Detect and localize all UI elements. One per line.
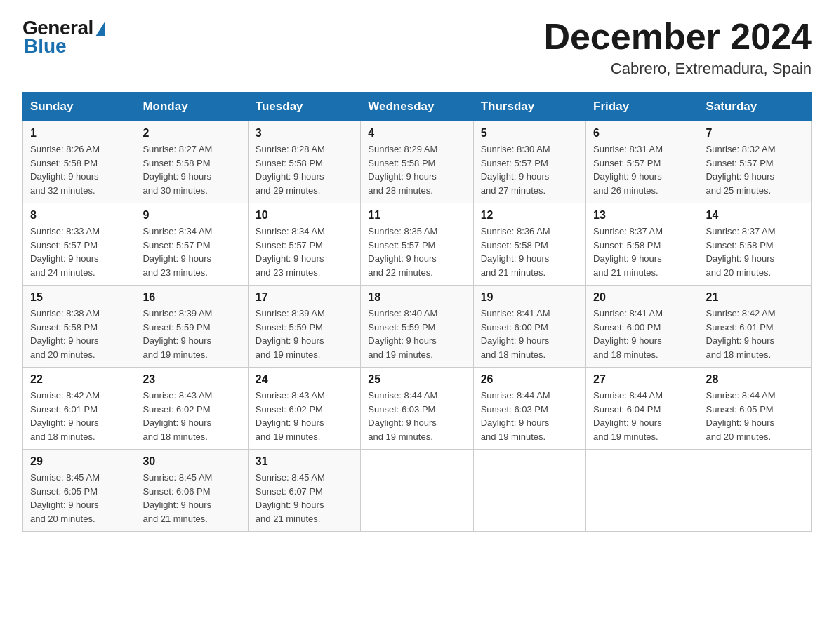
- day-number: 19: [481, 291, 578, 304]
- day-detail: Sunrise: 8:42 AMSunset: 6:01 PMDaylight:…: [706, 308, 776, 360]
- day-detail: Sunrise: 8:43 AMSunset: 6:02 PMDaylight:…: [256, 390, 325, 442]
- calendar-cell: 26 Sunrise: 8:44 AMSunset: 6:03 PMDaylig…: [473, 368, 585, 450]
- header-wednesday: Wednesday: [361, 93, 473, 121]
- day-number: 10: [256, 209, 353, 222]
- calendar-cell: 9 Sunrise: 8:34 AMSunset: 5:57 PMDayligh…: [135, 203, 248, 286]
- day-detail: Sunrise: 8:42 AMSunset: 6:01 PMDaylight:…: [30, 390, 100, 442]
- day-number: 9: [143, 209, 240, 222]
- calendar-cell: 5 Sunrise: 8:30 AMSunset: 5:57 PMDayligh…: [473, 121, 585, 203]
- calendar-cell: 7 Sunrise: 8:32 AMSunset: 5:57 PMDayligh…: [699, 121, 811, 203]
- day-number: 5: [481, 127, 578, 140]
- day-detail: Sunrise: 8:41 AMSunset: 6:00 PMDaylight:…: [481, 308, 550, 360]
- day-number: 14: [706, 209, 804, 222]
- day-detail: Sunrise: 8:44 AMSunset: 6:03 PMDaylight:…: [368, 390, 437, 442]
- day-number: 24: [256, 373, 353, 386]
- day-detail: Sunrise: 8:33 AMSunset: 5:57 PMDaylight:…: [30, 226, 100, 278]
- day-number: 7: [706, 127, 804, 140]
- calendar-cell: 1 Sunrise: 8:26 AMSunset: 5:58 PMDayligh…: [23, 121, 135, 203]
- calendar-header-row: Sunday Monday Tuesday Wednesday Thursday…: [23, 93, 812, 121]
- header-saturday: Saturday: [699, 93, 811, 121]
- day-number: 18: [368, 291, 465, 304]
- day-number: 1: [30, 127, 128, 140]
- day-number: 29: [30, 455, 128, 468]
- header-monday: Monday: [135, 93, 248, 121]
- day-detail: Sunrise: 8:36 AMSunset: 5:58 PMDaylight:…: [481, 226, 550, 278]
- day-detail: Sunrise: 8:45 AMSunset: 6:05 PMDaylight:…: [30, 472, 100, 524]
- calendar-cell: [586, 450, 699, 532]
- logo-triangle-icon: [95, 21, 105, 36]
- calendar-cell: 17 Sunrise: 8:39 AMSunset: 5:59 PMDaylig…: [248, 286, 360, 368]
- day-detail: Sunrise: 8:44 AMSunset: 6:04 PMDaylight:…: [593, 390, 663, 442]
- location: Cabrero, Extremadura, Spain: [543, 60, 812, 78]
- calendar-cell: 19 Sunrise: 8:41 AMSunset: 6:00 PMDaylig…: [473, 286, 585, 368]
- day-number: 8: [30, 209, 128, 222]
- calendar-cell: 29 Sunrise: 8:45 AMSunset: 6:05 PMDaylig…: [23, 450, 135, 532]
- header-thursday: Thursday: [473, 93, 585, 121]
- calendar-cell: 14 Sunrise: 8:37 AMSunset: 5:58 PMDaylig…: [699, 203, 811, 286]
- day-detail: Sunrise: 8:28 AMSunset: 5:58 PMDaylight:…: [256, 144, 325, 196]
- calendar-cell: 23 Sunrise: 8:43 AMSunset: 6:02 PMDaylig…: [135, 368, 248, 450]
- day-number: 6: [593, 127, 691, 140]
- header-tuesday: Tuesday: [248, 93, 360, 121]
- day-detail: Sunrise: 8:34 AMSunset: 5:57 PMDaylight:…: [143, 226, 212, 278]
- calendar-cell: 4 Sunrise: 8:29 AMSunset: 5:58 PMDayligh…: [361, 121, 473, 203]
- day-number: 21: [706, 291, 804, 304]
- day-number: 23: [143, 373, 240, 386]
- day-number: 4: [368, 127, 465, 140]
- day-number: 2: [143, 127, 240, 140]
- day-number: 20: [593, 291, 691, 304]
- day-detail: Sunrise: 8:29 AMSunset: 5:58 PMDaylight:…: [368, 144, 437, 196]
- day-detail: Sunrise: 8:41 AMSunset: 6:00 PMDaylight:…: [593, 308, 663, 360]
- day-detail: Sunrise: 8:40 AMSunset: 5:59 PMDaylight:…: [368, 308, 437, 360]
- calendar-cell: 16 Sunrise: 8:39 AMSunset: 5:59 PMDaylig…: [135, 286, 248, 368]
- day-detail: Sunrise: 8:31 AMSunset: 5:57 PMDaylight:…: [593, 144, 663, 196]
- logo: General Blue: [22, 17, 105, 58]
- calendar-cell: 6 Sunrise: 8:31 AMSunset: 5:57 PMDayligh…: [586, 121, 699, 203]
- day-number: 15: [30, 291, 128, 304]
- calendar-week-row: 22 Sunrise: 8:42 AMSunset: 6:01 PMDaylig…: [23, 368, 812, 450]
- calendar-cell: 3 Sunrise: 8:28 AMSunset: 5:58 PMDayligh…: [248, 121, 360, 203]
- day-detail: Sunrise: 8:45 AMSunset: 6:07 PMDaylight:…: [256, 472, 325, 524]
- day-detail: Sunrise: 8:27 AMSunset: 5:58 PMDaylight:…: [143, 144, 212, 196]
- day-number: 12: [481, 209, 578, 222]
- calendar-cell: [361, 450, 473, 532]
- calendar-cell: [473, 450, 585, 532]
- day-detail: Sunrise: 8:45 AMSunset: 6:06 PMDaylight:…: [143, 472, 212, 524]
- calendar-cell: 18 Sunrise: 8:40 AMSunset: 5:59 PMDaylig…: [361, 286, 473, 368]
- header-friday: Friday: [586, 93, 699, 121]
- calendar-cell: 10 Sunrise: 8:34 AMSunset: 5:57 PMDaylig…: [248, 203, 360, 286]
- calendar-cell: 28 Sunrise: 8:44 AMSunset: 6:05 PMDaylig…: [699, 368, 811, 450]
- day-detail: Sunrise: 8:39 AMSunset: 5:59 PMDaylight:…: [256, 308, 325, 360]
- title-area: December 2024 Cabrero, Extremadura, Spai…: [543, 17, 812, 78]
- calendar-cell: 20 Sunrise: 8:41 AMSunset: 6:00 PMDaylig…: [586, 286, 699, 368]
- day-detail: Sunrise: 8:35 AMSunset: 5:57 PMDaylight:…: [368, 226, 437, 278]
- day-number: 13: [593, 209, 691, 222]
- day-detail: Sunrise: 8:37 AMSunset: 5:58 PMDaylight:…: [706, 226, 776, 278]
- day-number: 16: [143, 291, 240, 304]
- page-header: General Blue December 2024 Cabrero, Extr…: [22, 17, 812, 78]
- day-number: 3: [256, 127, 353, 140]
- calendar-cell: 24 Sunrise: 8:43 AMSunset: 6:02 PMDaylig…: [248, 368, 360, 450]
- calendar-week-row: 1 Sunrise: 8:26 AMSunset: 5:58 PMDayligh…: [23, 121, 812, 203]
- day-detail: Sunrise: 8:44 AMSunset: 6:03 PMDaylight:…: [481, 390, 550, 442]
- calendar-week-row: 8 Sunrise: 8:33 AMSunset: 5:57 PMDayligh…: [23, 203, 812, 286]
- day-number: 30: [143, 455, 240, 468]
- calendar-cell: 11 Sunrise: 8:35 AMSunset: 5:57 PMDaylig…: [361, 203, 473, 286]
- day-detail: Sunrise: 8:37 AMSunset: 5:58 PMDaylight:…: [593, 226, 663, 278]
- day-detail: Sunrise: 8:38 AMSunset: 5:58 PMDaylight:…: [30, 308, 100, 360]
- calendar-cell: 25 Sunrise: 8:44 AMSunset: 6:03 PMDaylig…: [361, 368, 473, 450]
- day-detail: Sunrise: 8:26 AMSunset: 5:58 PMDaylight:…: [30, 144, 100, 196]
- logo-blue-text: Blue: [24, 35, 67, 58]
- month-title: December 2024: [543, 17, 812, 57]
- day-number: 11: [368, 209, 465, 222]
- calendar-cell: 27 Sunrise: 8:44 AMSunset: 6:04 PMDaylig…: [586, 368, 699, 450]
- calendar-cell: 2 Sunrise: 8:27 AMSunset: 5:58 PMDayligh…: [135, 121, 248, 203]
- day-number: 22: [30, 373, 128, 386]
- calendar-cell: [699, 450, 811, 532]
- calendar-cell: 13 Sunrise: 8:37 AMSunset: 5:58 PMDaylig…: [586, 203, 699, 286]
- calendar-week-row: 15 Sunrise: 8:38 AMSunset: 5:58 PMDaylig…: [23, 286, 812, 368]
- calendar-cell: 30 Sunrise: 8:45 AMSunset: 6:06 PMDaylig…: [135, 450, 248, 532]
- calendar-cell: 8 Sunrise: 8:33 AMSunset: 5:57 PMDayligh…: [23, 203, 135, 286]
- calendar-cell: 22 Sunrise: 8:42 AMSunset: 6:01 PMDaylig…: [23, 368, 135, 450]
- day-number: 27: [593, 373, 691, 386]
